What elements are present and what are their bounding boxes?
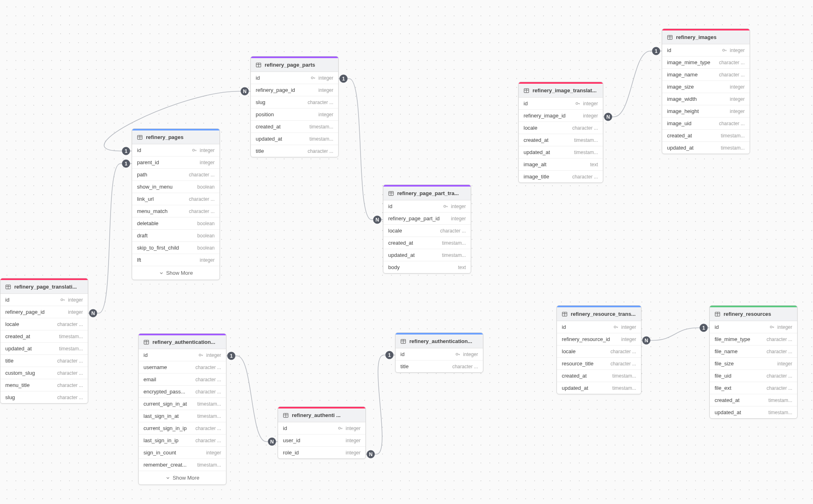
column-row[interactable]: created_attimestam... [662,130,750,142]
column-row[interactable]: idinteger [251,72,338,84]
table-header[interactable]: refinery_authentication... [139,335,226,349]
column-row[interactable]: current_sign_in_attimestam... [139,398,226,410]
column-row[interactable]: updated_attimestam... [0,343,88,355]
column-row[interactable]: idinteger [557,321,641,333]
column-row[interactable]: file_sizeinteger [710,358,797,370]
column-row[interactable]: file_namecharacter ... [710,345,797,358]
column-row[interactable]: last_sign_in_attimestam... [139,410,226,422]
column-row[interactable]: image_heightinteger [662,105,750,117]
table-header[interactable]: refinery_resources [710,307,797,321]
table-header[interactable]: refinery_images [662,30,750,44]
column-row[interactable]: refinery_page_idinteger [0,306,88,318]
column-row[interactable]: titlecharacter ... [251,145,338,157]
column-row[interactable]: slugcharacter ... [0,391,88,403]
column-row[interactable]: created_attimestam... [557,370,641,382]
column-row[interactable]: file_mime_typecharacter ... [710,333,797,345]
table-header[interactable]: refinery_authenti ... [278,408,365,422]
table-page_parts[interactable]: refinery_page_partsidintegerrefinery_pag… [250,56,339,157]
column-row[interactable]: pathcharacter ... [132,169,220,181]
show-more-button[interactable]: Show More [139,471,226,484]
column-row[interactable]: refinery_image_idinteger [519,110,603,122]
column-row[interactable]: file_uidcharacter ... [710,370,797,382]
column-row[interactable]: menu_titlecharacter ... [0,379,88,391]
table-header[interactable]: refinery_image_translat... [519,84,603,98]
erd-canvas[interactable]: N1N1N1N1N1N1N1 refinery_pagesidintegerpa… [0,0,813,504]
column-row[interactable]: updated_attimestam... [710,406,797,418]
show-more-button[interactable]: Show More [132,266,220,280]
column-row[interactable]: image_uidcharacter ... [662,117,750,130]
column-row[interactable]: image_widthinteger [662,93,750,105]
column-row[interactable]: created_attimestam... [0,330,88,343]
column-row[interactable]: idinteger [132,144,220,156]
column-row[interactable]: refinery_resource_idinteger [557,333,641,345]
column-row[interactable]: idinteger [383,200,471,213]
column-row[interactable]: emailcharacter ... [139,374,226,386]
column-row[interactable]: resource_titlecharacter ... [557,358,641,370]
column-row[interactable]: idinteger [396,348,483,361]
table-auth_users[interactable]: refinery_authentication...idintegerusern… [138,333,226,485]
column-row[interactable]: current_sign_in_ipcharacter ... [139,422,226,434]
column-row[interactable]: user_idinteger [278,434,365,447]
column-row[interactable]: image_mime_typecharacter ... [662,56,750,69]
column-row[interactable]: file_extcharacter ... [710,382,797,394]
column-row[interactable]: image_namecharacter ... [662,69,750,81]
table-auth_roles_users[interactable]: refinery_authenti ...idintegeruser_idint… [278,406,366,459]
column-row[interactable]: updated_attimestam... [557,382,641,394]
column-row[interactable]: last_sign_in_ipcharacter ... [139,434,226,447]
column-row[interactable]: idinteger [662,44,750,56]
column-row[interactable]: bodytext [383,261,471,273]
column-row[interactable]: updated_attimestam... [519,146,603,159]
table-header[interactable]: refinery_page_part_tra... [383,187,471,200]
column-row[interactable]: remember_creat...timestam... [139,459,226,471]
table-header[interactable]: refinery_authentication... [396,335,483,348]
column-row[interactable]: encrypted_pass...character ... [139,386,226,398]
column-row[interactable]: image_sizeinteger [662,81,750,93]
column-row[interactable]: parent_idinteger [132,156,220,169]
column-row[interactable]: show_in_menuboolean [132,181,220,193]
column-row[interactable]: idinteger [519,98,603,110]
column-row[interactable]: image_titlecharacter ... [519,171,603,182]
column-row[interactable]: usernamecharacter ... [139,361,226,374]
column-row[interactable]: sign_in_countinteger [139,447,226,459]
column-row[interactable]: refinery_page_part_idinteger [383,213,471,225]
column-row[interactable]: updated_attimestam... [251,133,338,145]
column-row[interactable]: menu_matchcharacter ... [132,205,220,217]
table-resource_translations[interactable]: refinery_resource_trans...idintegerrefin… [556,305,641,394]
table-page_translations[interactable]: refinery_page_translati...idintegerrefin… [0,278,88,404]
column-row[interactable]: lftinteger [132,254,220,266]
column-row[interactable]: updated_attimestam... [383,249,471,261]
column-row[interactable]: deletableboolean [132,217,220,230]
column-row[interactable]: skip_to_first_childboolean [132,242,220,254]
column-row[interactable]: created_attimestam... [251,121,338,133]
column-row[interactable]: idinteger [0,294,88,306]
column-row[interactable]: role_idinteger [278,447,365,458]
column-row[interactable]: titlecharacter ... [0,355,88,367]
column-row[interactable]: draftboolean [132,230,220,242]
table-auth_roles[interactable]: refinery_authentication...idintegertitle… [395,332,483,373]
column-row[interactable]: titlecharacter ... [396,361,483,372]
column-row[interactable]: localecharacter ... [383,225,471,237]
table-pages[interactable]: refinery_pagesidintegerparent_idintegerp… [132,128,220,280]
column-row[interactable]: idinteger [278,422,365,434]
column-row[interactable]: created_attimestam... [710,394,797,406]
table-header[interactable]: refinery_resource_trans... [557,307,641,321]
column-row[interactable]: refinery_page_idinteger [251,84,338,96]
column-row[interactable]: custom_slugcharacter ... [0,367,88,379]
table-header[interactable]: refinery_page_translati... [0,280,88,294]
table-page_part_translations[interactable]: refinery_page_part_tra...idintegerrefine… [383,185,471,274]
column-row[interactable]: created_attimestam... [519,134,603,146]
column-row[interactable]: updated_attimestam... [662,142,750,154]
column-row[interactable]: created_attimestam... [383,237,471,249]
table-images[interactable]: refinery_imagesidintegerimage_mime_typec… [662,28,750,154]
column-row[interactable]: idinteger [139,349,226,361]
table-resources[interactable]: refinery_resourcesidintegerfile_mime_typ… [709,305,798,419]
table-header[interactable]: refinery_page_parts [251,58,338,72]
table-image_translations[interactable]: refinery_image_translat...idintegerrefin… [518,82,603,183]
column-row[interactable]: link_urlcharacter ... [132,193,220,205]
table-header[interactable]: refinery_pages [132,130,220,144]
column-row[interactable]: localecharacter ... [519,122,603,134]
column-row[interactable]: positioninteger [251,109,338,121]
column-row[interactable]: slugcharacter ... [251,96,338,109]
column-row[interactable]: localecharacter ... [557,345,641,358]
column-row[interactable]: image_alttext [519,159,603,171]
